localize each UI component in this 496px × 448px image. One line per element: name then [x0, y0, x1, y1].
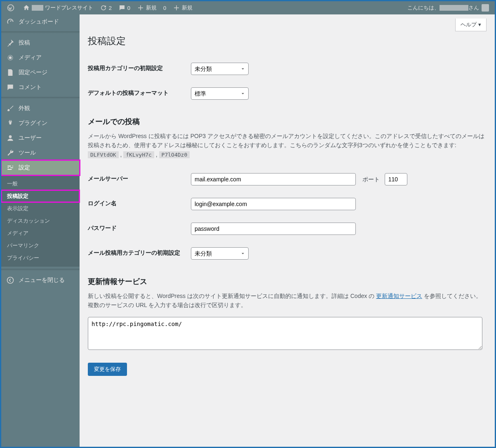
- default-format-label: デフォルトの投稿フォーマット: [88, 81, 187, 106]
- settings-submenu: 一般 投稿設定 表示設定 ディスカッション メディア パーマリンク プライバシー: [1, 175, 80, 267]
- mail-category-select[interactable]: 未分類: [191, 247, 249, 260]
- page-title: 投稿設定: [88, 35, 487, 47]
- mail-description: メールから WordPress に投稿するには POP3 アクセスができる秘密の…: [88, 131, 487, 159]
- site-name: ワードプレスサイト: [45, 4, 93, 12]
- admin-bar: ワードプレスサイト 2 0 新規 0 新規 こんにちは、さん: [1, 1, 495, 14]
- current-menu-arrow: [80, 185, 83, 192]
- sidebar-item-pages[interactable]: 固定ページ: [1, 65, 80, 80]
- mail-heading: メールでの投稿: [88, 117, 487, 127]
- svg-point-1: [9, 56, 12, 59]
- update-service-link[interactable]: 更新通知サービス: [376, 293, 422, 299]
- submenu-permalink[interactable]: パーマリンク: [1, 239, 80, 252]
- submenu-reading[interactable]: 表示設定: [1, 202, 80, 215]
- login-input[interactable]: [191, 198, 356, 210]
- save-button[interactable]: 変更を保存: [88, 363, 127, 376]
- sliders-icon: [6, 164, 14, 172]
- sidebar-item-posts[interactable]: 投稿: [1, 35, 80, 50]
- submenu-writing[interactable]: 投稿設定: [1, 190, 80, 202]
- update-heading: 更新情報サービス: [88, 277, 487, 286]
- comment-icon: [6, 83, 14, 91]
- comments-link[interactable]: 0: [115, 1, 134, 14]
- updates-link[interactable]: 2: [96, 1, 115, 14]
- sidebar-item-users[interactable]: ユーザー: [1, 131, 80, 145]
- svg-point-3: [7, 277, 14, 284]
- mail-server-label: メールサーバー: [88, 167, 187, 192]
- sidebar-item-appearance[interactable]: 外観: [1, 101, 80, 116]
- site-mask: [32, 5, 43, 11]
- sidebar-item-dashboard[interactable]: ダッシュボード: [1, 14, 80, 29]
- avatar: [482, 4, 489, 12]
- random-code-2: fKLvyH7c: [123, 151, 154, 158]
- help-tab[interactable]: ヘルプ ▾: [455, 19, 487, 31]
- dashboard-icon: [6, 18, 14, 26]
- admin-sidebar: ダッシュボード 投稿 メディア 固定ページ コメント 外観 プラグイン ユーザー…: [1, 14, 80, 447]
- wp-logo[interactable]: [4, 1, 19, 14]
- password-input[interactable]: [191, 223, 356, 235]
- brush-icon: [6, 104, 14, 113]
- submenu-media[interactable]: メディア: [1, 227, 80, 239]
- default-category-select[interactable]: 未分類: [191, 63, 249, 75]
- plugin-icon: [6, 119, 14, 127]
- random-code-1: DLFVtdOK: [88, 151, 119, 158]
- wrench-icon: [6, 149, 14, 157]
- submenu-privacy[interactable]: プライバシー: [1, 252, 80, 264]
- password-label: パスワード: [88, 216, 187, 241]
- forms-link[interactable]: 0: [160, 1, 169, 14]
- account-greeting[interactable]: こんにちは、さん: [404, 1, 492, 14]
- mail-category-label: メール投稿用カテゴリーの初期設定: [88, 241, 187, 266]
- submenu-discussion[interactable]: ディスカッション: [1, 215, 80, 227]
- ping-services-textarea[interactable]: [88, 317, 482, 350]
- page-icon: [6, 68, 14, 77]
- media-icon: [6, 54, 14, 62]
- random-code-3: P7lO4Dz0: [159, 151, 190, 158]
- new-link-2[interactable]: 新規: [169, 1, 196, 14]
- pin-icon: [6, 39, 14, 47]
- port-input[interactable]: [385, 173, 407, 185]
- update-description: 新しい投稿を公開すると、WordPress は次のサイト更新通知サービスに自動的…: [88, 291, 487, 310]
- login-label: ログイン名: [88, 192, 187, 216]
- default-format-select[interactable]: 標準: [191, 87, 249, 100]
- sidebar-item-comments[interactable]: コメント: [1, 80, 80, 95]
- sidebar-collapse[interactable]: メニューを閉じる: [1, 273, 80, 288]
- sidebar-item-media[interactable]: メディア: [1, 50, 80, 65]
- mail-server-input[interactable]: [191, 173, 356, 185]
- svg-point-2: [9, 135, 12, 138]
- default-category-label: 投稿用カテゴリーの初期設定: [88, 56, 187, 81]
- port-label: ポート: [362, 176, 380, 183]
- main-content: ヘルプ ▾ 投稿設定 投稿用カテゴリーの初期設定 未分類 デフォルトの投稿フォー…: [80, 14, 495, 447]
- home-link[interactable]: ワードプレスサイト: [19, 1, 96, 14]
- submenu-general[interactable]: 一般: [1, 178, 80, 190]
- sidebar-item-tools[interactable]: ツール: [1, 145, 80, 160]
- sidebar-item-plugins[interactable]: プラグイン: [1, 116, 80, 131]
- user-icon: [6, 134, 14, 142]
- sidebar-item-settings[interactable]: 設定: [1, 160, 80, 175]
- new-link[interactable]: 新規: [134, 1, 160, 14]
- user-mask: [440, 5, 468, 11]
- collapse-icon: [6, 276, 14, 284]
